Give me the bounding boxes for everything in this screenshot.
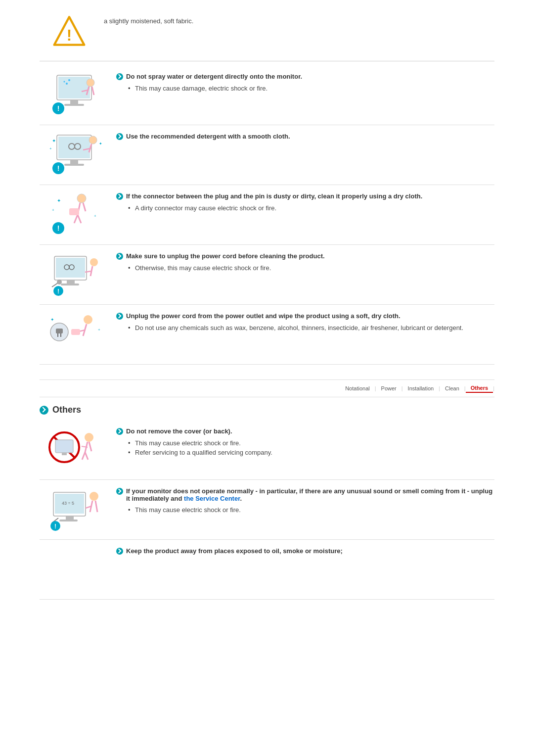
cover-svg bbox=[44, 427, 104, 472]
svg-point-6 bbox=[87, 79, 94, 87]
spray-monitor-svg: ! bbox=[44, 73, 104, 117]
svg-line-83 bbox=[95, 501, 97, 512]
spray-bullet-1: This may cause damage, electric shock or… bbox=[126, 84, 494, 93]
svg-point-13 bbox=[68, 79, 70, 81]
circle-arrow-icon-8 bbox=[116, 548, 123, 555]
svg-rect-5 bbox=[64, 104, 84, 106]
top-warning-row: ! a slightly moistened, soft fabric. bbox=[40, 10, 494, 57]
svg-text:43 ÷ 5: 43 ÷ 5 bbox=[62, 501, 74, 506]
cover-title: Do not remove the cover (or back). bbox=[116, 427, 494, 435]
svg-line-73 bbox=[85, 452, 88, 460]
svg-text:!: ! bbox=[57, 164, 60, 172]
circle-arrow-icon-3 bbox=[116, 193, 123, 200]
unplug-clean-title: Make sure to unplug the power cord befor… bbox=[116, 252, 494, 260]
detergent-monitor-svg: ! ✦ + ✦ bbox=[44, 133, 104, 177]
nav-installation[interactable]: Installation bbox=[403, 384, 439, 392]
instruction-row-cover: Do not remove the cover (or back). This … bbox=[40, 420, 494, 480]
divider-top bbox=[40, 61, 494, 61]
abnormal-bullets: This may cause electric shock or fire. bbox=[116, 505, 494, 515]
circle-arrow-icon-6 bbox=[116, 428, 123, 435]
dry-cloth-bullet-1: Do not use any chemicals such as wax, be… bbox=[126, 323, 494, 332]
svg-line-72 bbox=[82, 452, 85, 460]
cover-bullet-1: This may cause electric shock or fire. bbox=[126, 438, 494, 448]
nav-sep-5: | bbox=[493, 385, 494, 391]
svg-rect-67 bbox=[55, 440, 73, 453]
svg-rect-77 bbox=[66, 516, 74, 520]
svg-text:✦: ✦ bbox=[50, 317, 54, 322]
spray-illustration: ! bbox=[40, 73, 109, 117]
svg-text:+: + bbox=[94, 214, 96, 218]
detergent-content: Use the recommended detergent with a smo… bbox=[109, 133, 494, 143]
svg-rect-17 bbox=[70, 160, 78, 164]
dry-cloth-svg: ✦ + bbox=[44, 312, 104, 357]
circle-arrow-icon-5 bbox=[116, 313, 123, 320]
svg-text:✦: ✦ bbox=[99, 142, 102, 146]
dry-cloth-content: Unplug the power cord from the power out… bbox=[109, 312, 494, 332]
nav-others[interactable]: Others bbox=[466, 384, 493, 393]
svg-text:+: + bbox=[49, 146, 52, 151]
cover-illustration bbox=[40, 427, 109, 472]
svg-text:!: ! bbox=[67, 27, 72, 44]
dry-cloth-bullets: Do not use any chemicals such as wax, be… bbox=[116, 323, 494, 332]
connector-content: If the connector between the plug and th… bbox=[109, 192, 494, 213]
top-warning-text: a slightly moistened, soft fabric. bbox=[99, 15, 494, 25]
circle-arrow-icon bbox=[116, 73, 123, 80]
connector-bullets: A dirty connector may cause electric sho… bbox=[116, 203, 494, 213]
connector-bullet-1: A dirty connector may cause electric sho… bbox=[126, 203, 494, 213]
cover-content: Do not remove the cover (or back). This … bbox=[109, 427, 494, 457]
connector-illustration: ✦ + + ! bbox=[40, 192, 109, 237]
detergent-illustration: ! ✦ + ✦ bbox=[40, 133, 109, 177]
nav-clean[interactable]: Clean bbox=[440, 384, 464, 392]
abnormal-svg: 43 ÷ 5 ! bbox=[44, 487, 104, 532]
circle-arrow-icon-7 bbox=[116, 488, 123, 495]
svg-line-9 bbox=[92, 87, 94, 95]
abnormal-content: If your monitor does not operate normall… bbox=[109, 487, 494, 515]
connector-svg: ✦ + + ! bbox=[44, 192, 104, 237]
others-section-title: Others bbox=[40, 405, 494, 415]
unplug-clean-content: Make sure to unplug the power cord befor… bbox=[109, 252, 494, 273]
svg-text:!: ! bbox=[57, 288, 59, 295]
oil-smoke-illustration bbox=[40, 547, 109, 592]
nav-notational[interactable]: Notational bbox=[340, 384, 375, 392]
svg-text:!: ! bbox=[57, 224, 60, 232]
svg-rect-18 bbox=[64, 164, 84, 166]
unplug-clean-illustration: ! bbox=[40, 252, 109, 297]
svg-point-12 bbox=[66, 83, 68, 85]
abnormal-title-text: If your monitor does not operate normall… bbox=[126, 487, 494, 502]
cover-bullets: This may cause electric shock or fire. R… bbox=[116, 438, 494, 457]
instruction-row-connector: ✦ + + ! If the connector between the plu… bbox=[40, 185, 494, 245]
svg-rect-44 bbox=[61, 284, 79, 285]
svg-rect-68 bbox=[62, 453, 67, 455]
svg-rect-43 bbox=[67, 280, 75, 284]
instruction-row-abnormal: 43 ÷ 5 ! If your monitor does not operat… bbox=[40, 480, 494, 540]
abnormal-illustration: 43 ÷ 5 ! bbox=[40, 487, 109, 532]
abnormal-bullet-1: This may cause electric shock or fire. bbox=[126, 505, 494, 515]
svg-text:!: ! bbox=[54, 523, 56, 530]
cover-bullet-2: Refer servicing to a qualified servicing… bbox=[126, 448, 494, 457]
instruction-row-detergent: ! ✦ + ✦ Use the recommended detergent wi… bbox=[40, 125, 494, 185]
svg-rect-62 bbox=[71, 329, 80, 335]
svg-text:+: + bbox=[52, 208, 54, 212]
svg-text:✦: ✦ bbox=[57, 198, 61, 203]
abnormal-title: If your monitor does not operate normall… bbox=[116, 487, 494, 502]
svg-point-14 bbox=[64, 81, 65, 83]
svg-point-52 bbox=[57, 280, 62, 284]
svg-point-48 bbox=[90, 258, 98, 266]
svg-rect-56 bbox=[56, 329, 63, 333]
spray-bullets: This may cause damage, electric shock or… bbox=[116, 84, 494, 93]
svg-point-69 bbox=[85, 433, 93, 442]
dry-cloth-title: Unplug the power cord from the power out… bbox=[116, 312, 494, 320]
instruction-row-dry-cloth: ✦ + Unplug the power cord from the power… bbox=[40, 305, 494, 365]
detergent-title: Use the recommended detergent with a smo… bbox=[116, 133, 494, 141]
service-center-link[interactable]: the Service Center bbox=[184, 495, 240, 502]
nav-bar: Notational | Power | Installation | Clea… bbox=[40, 379, 494, 397]
unplug-clean-svg: ! bbox=[44, 252, 104, 297]
circle-arrow-icon-4 bbox=[116, 253, 123, 260]
svg-point-22 bbox=[89, 136, 97, 144]
svg-rect-78 bbox=[59, 520, 78, 521]
oil-smoke-title: Keep the product away from places expose… bbox=[116, 547, 494, 555]
spray-content: Do not spray water or detergent directly… bbox=[109, 73, 494, 93]
nav-power[interactable]: Power bbox=[376, 384, 401, 392]
svg-line-33 bbox=[74, 215, 78, 223]
svg-point-59 bbox=[84, 315, 92, 324]
